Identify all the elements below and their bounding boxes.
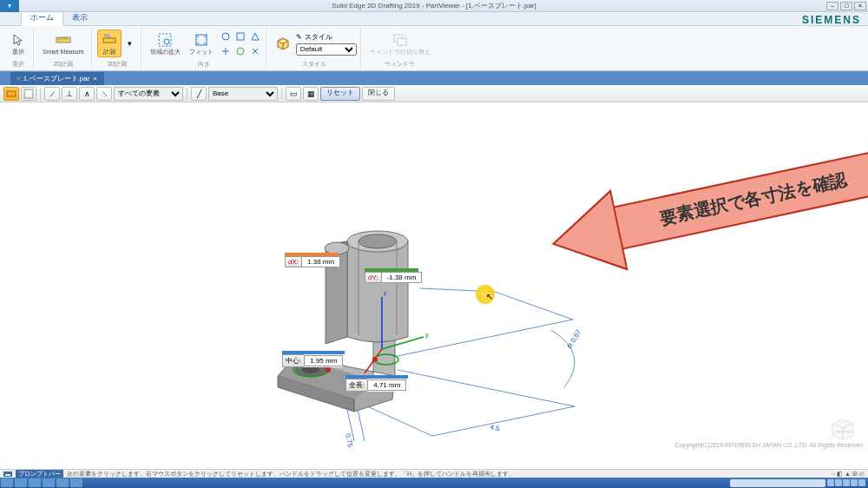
elements-select[interactable]: すべての要素 — [114, 87, 183, 101]
cursor-icon — [10, 32, 26, 48]
prompt-label: プロンプトバー — [16, 470, 63, 478]
measure-toolbar: ⟋ ⊥ ∧ ⟍ すべての要素 ╱ Base ▭ ▦ リセット 閉じる — [0, 85, 868, 102]
svg-line-16 — [398, 320, 573, 356]
orient-btn-3[interactable] — [248, 30, 262, 43]
svg-point-29 — [302, 366, 319, 373]
status-icon-3[interactable]: ▲ — [845, 471, 851, 478]
taskbar-item[interactable] — [15, 478, 27, 487]
tb-opt-2[interactable]: ▦ — [303, 87, 319, 101]
group-select: 選択 選択 — [3, 28, 34, 69]
orient-btn-6[interactable] — [248, 44, 262, 58]
close-button[interactable]: 閉じる — [362, 87, 395, 101]
svg-point-9 — [222, 33, 229, 40]
orient-btn-5[interactable] — [233, 44, 247, 58]
cursor-icon: ↖ — [486, 292, 493, 301]
window-controls: – □ × — [826, 2, 868, 10]
svg-point-7 — [164, 39, 169, 44]
status-icon-1[interactable]: ▫ — [833, 471, 835, 478]
measure-button[interactable]: 計測 — [97, 30, 122, 57]
dx-measure: dX: 1.38 mm — [285, 256, 340, 267]
tray-icon[interactable] — [858, 479, 865, 486]
close-window-button[interactable]: × — [854, 2, 866, 10]
svg-text:0.75: 0.75 — [344, 433, 354, 449]
window-icon — [392, 32, 408, 48]
taskbar-item[interactable] — [29, 478, 41, 487]
reset-button[interactable]: リセット — [320, 87, 360, 101]
group-3d-measure: 計測 ▾ 3D計測 — [94, 28, 141, 69]
status-bar: ▬ プロンプトバー 次の要素をクリックします。右マウスボタンをクリックしてリセッ… — [0, 469, 868, 478]
tb-mode-1[interactable] — [3, 87, 19, 101]
measure-dropdown-icon[interactable]: ▾ — [123, 36, 137, 50]
zoom-region-icon — [157, 32, 173, 48]
status-icon-5[interactable]: ◴ — [859, 471, 865, 478]
title-bar: ▾ Solid Edge 2D Drafting 2019 - PartView… — [0, 0, 868, 12]
taskbar-item[interactable] — [56, 478, 69, 487]
tray-icon[interactable] — [827, 479, 834, 486]
tb-snap-2[interactable]: ⊥ — [62, 87, 77, 101]
orient-btn-4[interactable] — [219, 44, 233, 58]
tray-icon[interactable] — [835, 479, 842, 486]
orient-btn-1[interactable] — [219, 30, 233, 43]
svg-text:R 0.67: R 0.67 — [566, 328, 583, 350]
fit-button[interactable]: フィット — [186, 30, 217, 56]
svg-text:4.5: 4.5 — [490, 423, 501, 432]
tray-icon[interactable] — [843, 479, 850, 486]
minimize-button[interactable]: – — [826, 2, 838, 10]
svg-point-40 — [326, 367, 331, 373]
app-menu-button[interactable]: ▾ — [0, 0, 19, 12]
window-title: Solid Edge 2D Drafting 2019 - PartViewer… — [332, 1, 536, 10]
status-icon-4[interactable]: ⊞ — [852, 471, 858, 478]
tb-snap-1[interactable]: ⟋ — [44, 87, 60, 101]
style-gallery-button[interactable] — [272, 34, 294, 53]
tray-icon[interactable] — [851, 479, 858, 486]
smart-measure-button[interactable]: Smart Measure — [39, 30, 88, 56]
status-icon: ▬ — [3, 472, 12, 477]
cube-icon — [275, 36, 291, 51]
taskbar-item[interactable] — [1, 478, 13, 487]
status-tray: ▫ ◧ ▲ ⊞ ◴ — [833, 471, 865, 478]
tb-snap-3[interactable]: ∧ — [79, 87, 95, 101]
region-zoom-button[interactable]: 領域の拡大 — [147, 30, 184, 56]
copyright-text: Copyright(C)2019 INTERMESH JAPAN CO.,LTD… — [675, 442, 863, 448]
group-orient: 領域の拡大 フィット 向き — [143, 28, 266, 69]
orient-small-buttons — [219, 30, 262, 58]
svg-text:z: z — [384, 290, 387, 296]
view-compass[interactable]: FRONT RGT — [828, 413, 858, 443]
orient-btn-2[interactable] — [233, 30, 247, 43]
svg-rect-10 — [237, 33, 244, 40]
svg-line-19 — [432, 406, 575, 436]
svg-rect-14 — [7, 91, 16, 96]
taskbar-tray — [827, 479, 868, 486]
status-icon-2[interactable]: ◧ — [837, 471, 843, 478]
group-window: ウィンドウの切り替え ウィンドウ — [363, 28, 437, 69]
tb-opt-1[interactable]: ▭ — [286, 87, 301, 101]
taskbar-item[interactable] — [70, 478, 82, 487]
style-combo: ✎スタイル Default — [296, 32, 357, 56]
style-select[interactable]: Default — [296, 43, 357, 56]
svg-text:RGT: RGT — [845, 431, 852, 434]
brand-logo: SIEMENS — [802, 14, 861, 26]
close-tab-icon[interactable]: × — [93, 75, 97, 82]
document-tab[interactable]: ▫ 1.ベースプレート.par × — [10, 72, 104, 85]
svg-line-17 — [398, 370, 575, 406]
select-button[interactable]: 選択 — [7, 30, 30, 56]
window-switch-button[interactable]: ウィンドウの切り替え — [366, 30, 434, 56]
tb-snap-4[interactable]: ⟍ — [96, 87, 112, 101]
svg-rect-15 — [24, 89, 33, 98]
taskbar-search[interactable] — [730, 479, 825, 487]
tb-line[interactable]: ╱ — [191, 87, 207, 101]
prompt-text: 次の要素をクリックします。右マウスボタンをクリックしてリセットします。ハンドルを… — [67, 470, 515, 478]
tab-view[interactable]: 表示 — [63, 10, 96, 25]
tb-mode-2[interactable] — [21, 87, 36, 101]
base-select[interactable]: Base — [208, 87, 278, 101]
annotation-callout: 要素選択で各寸法を確認 — [611, 152, 868, 250]
measure-icon — [102, 32, 117, 48]
svg-rect-13 — [398, 38, 406, 45]
maximize-button[interactable]: □ — [840, 2, 852, 10]
svg-point-31 — [358, 234, 397, 248]
viewport[interactable]: 4.5 4.5 R 0.67 0.75 — [0, 102, 868, 469]
svg-point-11 — [237, 48, 244, 55]
total-measure: 全長: 4.71 mm — [345, 379, 406, 392]
taskbar-item[interactable] — [43, 478, 55, 487]
group-style: ✎スタイル Default スタイル — [268, 28, 361, 69]
